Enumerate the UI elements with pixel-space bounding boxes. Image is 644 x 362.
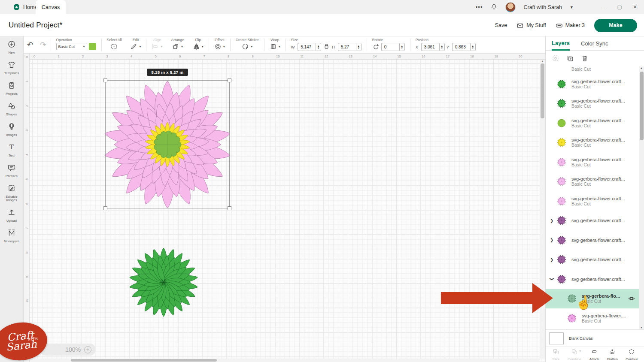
rotate-stepper[interactable]: ▲▼ xyxy=(399,43,405,51)
layer-group-row[interactable]: ❯svg-gerbera-flower.craft... xyxy=(546,269,639,289)
scroll-up-icon[interactable]: ▲ xyxy=(540,60,545,63)
canvas-area[interactable]: 01234567891011121314151617181920 0123456… xyxy=(24,54,545,362)
rotate-field[interactable]: 0▲▼ xyxy=(381,43,405,51)
chevron-right-icon[interactable]: ❯ xyxy=(550,218,553,223)
sidebar-item-upload[interactable]: Upload xyxy=(0,205,23,225)
layers-scroll-down-icon[interactable]: ▼ xyxy=(639,326,644,329)
layer-group-row[interactable]: ❯svg-gerbera-flower.craft... xyxy=(546,250,639,270)
overflow-menu-icon[interactable]: ••• xyxy=(476,4,483,10)
sidebar-item-text[interactable]: T Text xyxy=(0,139,23,160)
select-all-icon[interactable] xyxy=(110,43,118,50)
vertical-scroll-thumb[interactable] xyxy=(541,63,544,118)
chevron-down-icon[interactable]: ❯ xyxy=(550,278,554,281)
chevron-right-icon[interactable]: ❯ xyxy=(550,238,553,242)
chevron-right-icon[interactable]: ❯ xyxy=(550,257,553,262)
account-name[interactable]: Craft with Sarah xyxy=(523,4,562,10)
sidebar-item-shapes[interactable]: Shapes xyxy=(0,98,23,119)
width-field[interactable]: 5.147▲▼ xyxy=(298,43,321,51)
visibility-eye-icon[interactable] xyxy=(628,295,635,304)
size-lock-icon[interactable] xyxy=(323,42,330,50)
height-stepper[interactable]: ▲▼ xyxy=(356,43,361,51)
arrange-icon[interactable] xyxy=(172,43,179,50)
color-swatch[interactable] xyxy=(89,43,96,50)
combine-button[interactable]: ▾ Combine xyxy=(568,348,581,361)
horizontal-scroll-thumb[interactable] xyxy=(71,359,217,362)
window-maximize-button[interactable]: ▢ xyxy=(616,4,623,10)
zoom-in-icon[interactable]: + xyxy=(84,346,91,353)
sidebar-item-projects[interactable]: Projects xyxy=(0,78,23,98)
account-chevron-down-icon[interactable]: ▼ xyxy=(570,5,574,9)
layer-group-row[interactable]: ❯svg-gerbera-flower.craft... xyxy=(546,230,639,250)
flip-icon[interactable] xyxy=(193,43,200,50)
ruler-v-num: 10 xyxy=(25,299,29,302)
layer-group-row[interactable]: ❯svg-gerbera-flower.craft... xyxy=(546,211,639,231)
machine-select-button[interactable]: Maker 3 xyxy=(556,22,585,29)
layer-row[interactable]: svg-gerbera-flower.craft...Basic Cut xyxy=(546,113,639,133)
layer-row[interactable]: svg-gerbera-flower.craft...Basic Cut xyxy=(546,133,639,153)
tab-layers[interactable]: Layers xyxy=(552,36,570,51)
selection-handle-se[interactable] xyxy=(228,206,231,210)
layer-row[interactable]: svg-gerbera-flower.craft...Basic Cut xyxy=(546,74,639,94)
duplicate-icon[interactable] xyxy=(566,54,574,62)
selection-handle-sw[interactable] xyxy=(103,206,107,210)
layer-row[interactable]: svg-gerbera-flower.craft...Basic Cut xyxy=(546,152,639,172)
tab-canvas[interactable]: Canvas xyxy=(36,0,66,14)
layer-row[interactable]: svg-gerbera-flo...Basic Cut xyxy=(546,289,639,309)
sidebar-item-editable-images[interactable]: Editable Images xyxy=(0,181,23,205)
operation-select[interactable]: Basic Cut▾ xyxy=(56,43,87,50)
layers-scroll-thumb[interactable] xyxy=(640,72,644,140)
layers-scroll-up-icon[interactable]: ▲ xyxy=(639,66,644,69)
sidebar-item-images[interactable]: Images xyxy=(0,119,23,139)
window-minimize-button[interactable]: – xyxy=(600,5,608,10)
offset-icon[interactable] xyxy=(214,43,222,50)
notifications-bell-icon[interactable] xyxy=(490,3,498,11)
contour-button[interactable]: Contour xyxy=(626,348,638,361)
delete-icon[interactable] xyxy=(581,54,589,62)
layer-row[interactable]: svg-gerbera-flower....Basic Cut xyxy=(546,308,639,328)
window-close-button[interactable]: ✕ xyxy=(631,4,639,10)
undo-icon[interactable]: ↶ xyxy=(24,40,36,49)
layers-scrollbar[interactable]: ▲ ▼ xyxy=(639,66,644,329)
edit-pencil-icon[interactable] xyxy=(130,43,137,50)
x-field[interactable]: 3.061▲▼ xyxy=(421,43,445,51)
layer-operation-label: Basic Cut xyxy=(582,318,626,323)
sidebar-item-phrases[interactable]: Phrases xyxy=(0,160,23,181)
layer-row[interactable]: svg-gerbera-flower.craft...Basic Cut xyxy=(546,94,639,114)
layer-operation-label: Basic Cut xyxy=(571,84,625,89)
avatar[interactable] xyxy=(505,2,516,12)
flatten-button[interactable]: Flatten xyxy=(607,348,617,361)
blank-canvas-row[interactable]: Blank Canvas xyxy=(546,329,644,347)
align-icon[interactable] xyxy=(152,43,159,50)
canvas-vertical-scrollbar[interactable]: ▲ xyxy=(540,60,545,359)
x-stepper[interactable]: ▲▼ xyxy=(439,43,445,51)
machine-icon xyxy=(556,22,563,29)
sidebar-item-templates[interactable]: Templates xyxy=(0,57,23,78)
layer-row[interactable]: svg-gerbera-flower.craft...Basic Cut xyxy=(546,172,639,192)
blank-canvas-swatch[interactable] xyxy=(549,332,564,344)
y-field[interactable]: 0.863▲▼ xyxy=(452,43,476,51)
y-stepper[interactable]: ▲▼ xyxy=(470,43,476,51)
save-button[interactable]: Save xyxy=(495,22,507,28)
my-stuff-button[interactable]: My Stuff xyxy=(516,22,546,29)
warp-icon[interactable] xyxy=(270,43,277,50)
slice-button[interactable]: Slice xyxy=(552,348,559,361)
redo-icon[interactable]: ↷ xyxy=(36,40,49,49)
selection-handle-ne[interactable] xyxy=(228,78,231,82)
width-stepper[interactable]: ▲▼ xyxy=(316,43,321,51)
attach-button[interactable]: Attach xyxy=(589,348,599,361)
create-sticker-icon[interactable] xyxy=(242,43,249,50)
rotate-icon[interactable] xyxy=(372,43,380,51)
selection-box[interactable] xyxy=(105,80,230,208)
tab-color-sync[interactable]: Color Sync xyxy=(581,40,608,47)
zoom-control[interactable]: 100% + xyxy=(40,344,96,356)
layer-thumbnail-icon xyxy=(557,118,566,128)
make-button[interactable]: Make xyxy=(594,19,637,32)
layer-row[interactable]: svg-gerbera-flower.craft...Basic Cut xyxy=(546,191,639,211)
group-select-icon[interactable] xyxy=(552,54,559,62)
height-field[interactable]: 5.27▲▼ xyxy=(338,43,361,51)
sidebar-item-monogram[interactable]: Monogram xyxy=(0,225,23,246)
layer-row[interactable]: Basic Cut xyxy=(546,66,639,74)
sidebar-item-new[interactable]: New xyxy=(0,36,23,57)
selection-handle-nw[interactable] xyxy=(103,78,107,82)
canvas-horizontal-scrollbar[interactable] xyxy=(30,359,540,362)
